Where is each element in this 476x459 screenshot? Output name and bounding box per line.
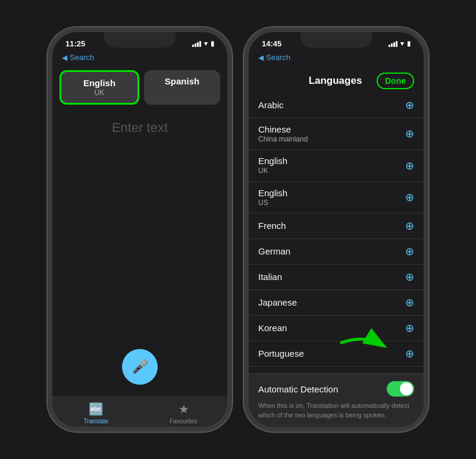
phone-1: 11:25 ▾ ▮ ◀ Search English UK: [48, 27, 232, 432]
lang-name: French: [258, 221, 286, 231]
notch-1: [104, 32, 176, 48]
lang-list-item[interactable]: French ⊕: [249, 213, 424, 239]
lang-list-item[interactable]: Chinese China mainland ⊕: [249, 118, 424, 150]
nav-bar-2: ◀ Search: [249, 51, 424, 67]
lang-list-item[interactable]: Korean ⊕: [249, 316, 424, 341]
tab-english-sub: UK: [71, 89, 128, 97]
screen-1: 11:25 ▾ ▮ ◀ Search English UK: [52, 32, 227, 427]
favourites-label: Favourites: [170, 418, 198, 425]
lang-list-item[interactable]: English UK ⊕: [249, 150, 424, 181]
download-icon[interactable]: ⊕: [405, 99, 414, 112]
time-2: 14:45: [262, 39, 281, 48]
auto-detect-section: Automatic Detection When this is on, Tra…: [249, 373, 424, 427]
tab-english-label: English: [71, 78, 128, 89]
tab-spanish-label: Spanish: [154, 76, 211, 87]
back-label-1[interactable]: Search: [70, 53, 94, 62]
placeholder-text: Enter text: [112, 120, 168, 136]
download-icon[interactable]: ⊕: [405, 245, 414, 258]
signal-icon-1: [192, 40, 201, 47]
done-button[interactable]: Done: [377, 73, 414, 89]
lang-name: English US: [258, 188, 287, 207]
lang-list-item[interactable]: Japanese ⊕: [249, 290, 424, 316]
signal-bar-1: [192, 45, 194, 47]
translate-label: Translate: [84, 418, 108, 425]
tab-favourites-bottom[interactable]: ★ Favourites: [140, 402, 227, 425]
tab-spanish[interactable]: Spanish: [144, 70, 220, 105]
lang-list-item[interactable]: Russian ⊕: [249, 367, 424, 373]
lang-list-item[interactable]: Italian ⊕: [249, 265, 424, 290]
lang-list-title: Languages: [294, 75, 377, 87]
signal-bar-2: [195, 43, 196, 47]
back-arrow-2: ◀: [258, 54, 264, 62]
auto-detect-toggle[interactable]: [387, 381, 414, 397]
auto-detect-row: Automatic Detection: [258, 381, 414, 397]
lang-sub: China mainland: [258, 135, 308, 143]
translate-area[interactable]: Enter text: [52, 108, 227, 349]
download-icon[interactable]: ⊕: [405, 191, 414, 204]
bottom-tabs: 🔤 Translate ★ Favourites: [52, 397, 227, 427]
status-icons-1: ▾ ▮: [192, 40, 214, 48]
download-icon[interactable]: ⊕: [405, 219, 414, 232]
phone-2: 14:45 ▾ ▮ ◀ Search Languages Done: [244, 27, 428, 432]
notch-2: [300, 32, 372, 48]
translate-icon: 🔤: [89, 402, 104, 416]
download-icon[interactable]: ⊕: [405, 322, 414, 335]
lang-tabs-1: English UK Spanish: [52, 67, 227, 108]
back-label-2[interactable]: Search: [266, 53, 290, 62]
lang-list-item[interactable]: Portuguese ⊕: [249, 341, 424, 367]
lang-name: German: [258, 246, 290, 257]
back-arrow-1: ◀: [62, 54, 67, 62]
download-icon[interactable]: ⊕: [405, 296, 414, 309]
lang-list-item[interactable]: German ⊕: [249, 239, 424, 265]
download-icon[interactable]: ⊕: [405, 159, 414, 172]
lang-sub: UK: [258, 166, 287, 175]
toggle-knob: [400, 382, 413, 395]
auto-detect-label: Automatic Detection: [258, 384, 338, 394]
auto-detect-desc: When this is on, Translation will automa…: [258, 401, 414, 420]
lang-name: Italian: [258, 272, 282, 282]
download-icon[interactable]: ⊕: [405, 347, 414, 360]
auto-detect-controls: [387, 381, 414, 397]
lang-sub: US: [258, 199, 287, 207]
download-icon[interactable]: ⊕: [405, 127, 414, 140]
s3: [393, 42, 395, 47]
tab-translate-bottom[interactable]: 🔤 Translate: [52, 402, 140, 425]
lang-name: Japanese: [258, 297, 297, 308]
mic-button[interactable]: 🎤: [122, 349, 158, 385]
s2: [391, 43, 393, 47]
wifi-icon-1: ▾: [204, 40, 208, 48]
signal-icon-2: [389, 40, 397, 47]
tab-english[interactable]: English UK: [60, 70, 139, 105]
s1: [389, 45, 390, 47]
lang-name: Korean: [258, 323, 287, 334]
wifi-icon-2: ▾: [400, 40, 404, 48]
lang-name: Portuguese: [258, 348, 304, 359]
lang-list: Arabic ⊕ Chinese China mainland ⊕ Englis…: [249, 93, 424, 373]
status-icons-2: ▾ ▮: [389, 40, 411, 48]
lang-name: Arabic: [258, 100, 284, 111]
time-1: 11:25: [65, 39, 85, 48]
battery-icon-2: ▮: [407, 40, 411, 48]
lang-name: English UK: [258, 156, 287, 175]
signal-bar-4: [199, 41, 201, 47]
nav-bar-1: ◀ Search: [52, 51, 227, 67]
lang-list-item[interactable]: English US ⊕: [249, 182, 424, 213]
battery-icon-1: ▮: [211, 40, 214, 48]
lang-name: Chinese China mainland: [258, 124, 308, 143]
download-icon[interactable]: ⊕: [405, 271, 414, 284]
mic-icon: 🎤: [132, 359, 148, 375]
s4: [396, 41, 397, 47]
screen-2: 14:45 ▾ ▮ ◀ Search Languages Done: [249, 32, 424, 427]
signal-bar-3: [197, 42, 199, 47]
lang-list-item[interactable]: Arabic ⊕: [249, 93, 424, 118]
favourites-icon: ★: [178, 402, 189, 416]
lang-list-header: Languages Done: [249, 67, 424, 93]
